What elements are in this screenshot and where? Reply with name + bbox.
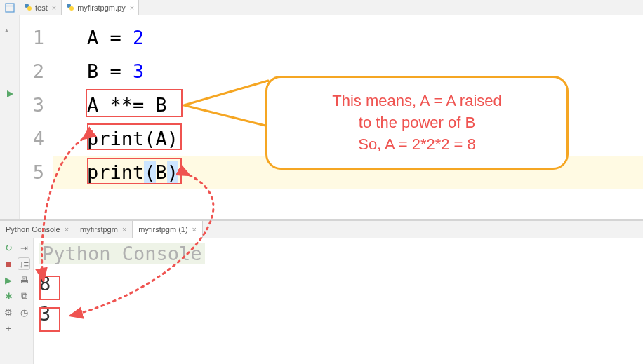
settings-icon[interactable]: ⚙ bbox=[2, 306, 15, 318]
tab-myfirstpgm-run-1[interactable]: myfirstpgm (1) × bbox=[132, 221, 203, 238]
tab-test[interactable]: test × bbox=[20, 0, 61, 15]
console-title: Python Console bbox=[39, 243, 205, 264]
run-gutter-icon[interactable] bbox=[6, 88, 14, 101]
svg-marker-6 bbox=[7, 90, 13, 97]
explanation-callout: This means, A = A raised to the power of… bbox=[265, 76, 569, 170]
close-icon[interactable]: × bbox=[65, 225, 69, 234]
tab-label: myfirstpgm (1) bbox=[138, 225, 187, 234]
print-icon[interactable]: 🖶 bbox=[18, 274, 30, 286]
tab-label: test bbox=[35, 4, 48, 12]
close-icon[interactable]: × bbox=[52, 4, 56, 12]
line-number: 5 bbox=[20, 156, 53, 189]
history-icon[interactable]: ◷ bbox=[18, 306, 30, 318]
close-icon[interactable]: × bbox=[130, 4, 134, 12]
svg-point-5 bbox=[69, 6, 74, 11]
left-gutter: ▸ bbox=[0, 15, 20, 219]
editor-tab-bar: test × myfirstpgm.py × bbox=[0, 0, 643, 15]
python-icon bbox=[66, 3, 74, 13]
output-value-1: 8 bbox=[39, 273, 637, 295]
close-icon[interactable]: × bbox=[192, 225, 197, 234]
line-number: 4 bbox=[20, 122, 53, 156]
scroll-to-end-icon[interactable]: ↓≡ bbox=[18, 257, 30, 270]
python-icon bbox=[24, 3, 32, 13]
line-number-gutter: 1 2 3 4 5 bbox=[20, 15, 53, 219]
console-output[interactable]: Python Console 8 3 bbox=[34, 238, 643, 364]
console-tab-bar: Python Console × myfirstpgm × myfirstpgm… bbox=[0, 221, 643, 238]
debug-icon[interactable]: ✱ bbox=[2, 290, 15, 302]
tab-label: myfirstpgm.py bbox=[77, 4, 125, 12]
callout-line: to the power of B bbox=[281, 112, 552, 134]
tab-myfirstpgm-run[interactable]: myfirstpgm × bbox=[74, 221, 132, 238]
link-icon[interactable]: ⧉ bbox=[18, 290, 30, 302]
output-value-2: 3 bbox=[39, 303, 637, 325]
run-icon[interactable]: ▶ bbox=[2, 274, 15, 286]
close-icon[interactable]: × bbox=[122, 225, 126, 234]
tab-myfirstpgm[interactable]: myfirstpgm.py × bbox=[61, 0, 139, 15]
stop-icon[interactable]: ■ bbox=[2, 257, 15, 270]
line-number: 1 bbox=[20, 21, 53, 55]
svg-rect-0 bbox=[6, 4, 14, 12]
callout-tail bbox=[181, 79, 270, 146]
tab-label: Python Console bbox=[6, 225, 60, 234]
callout-line: This means, A = A raised bbox=[281, 90, 552, 112]
console-area: ↻ ■ ▶ ✱ ⚙ + ⇥ ↓≡ 🖶 ⧉ ◷ Python Console 8 … bbox=[0, 238, 643, 364]
project-tool-icon[interactable] bbox=[0, 0, 20, 15]
add-icon[interactable]: + bbox=[2, 322, 15, 335]
code-line-1[interactable]: A = 2 bbox=[53, 21, 643, 55]
line-number: 3 bbox=[20, 88, 53, 122]
tab-label: myfirstpgm bbox=[80, 225, 118, 234]
rerun-icon[interactable]: ↻ bbox=[2, 241, 15, 254]
console-toolbar: ↻ ■ ▶ ✱ ⚙ + ⇥ ↓≡ 🖶 ⧉ ◷ bbox=[0, 238, 34, 364]
line-number: 2 bbox=[20, 55, 53, 88]
svg-point-3 bbox=[27, 6, 32, 11]
callout-line: So, A = 2*2*2 = 8 bbox=[281, 134, 552, 156]
tab-python-console[interactable]: Python Console × bbox=[0, 221, 74, 238]
soft-wrap-icon[interactable]: ⇥ bbox=[18, 241, 30, 254]
chevron-icon[interactable]: ▸ bbox=[2, 29, 10, 32]
